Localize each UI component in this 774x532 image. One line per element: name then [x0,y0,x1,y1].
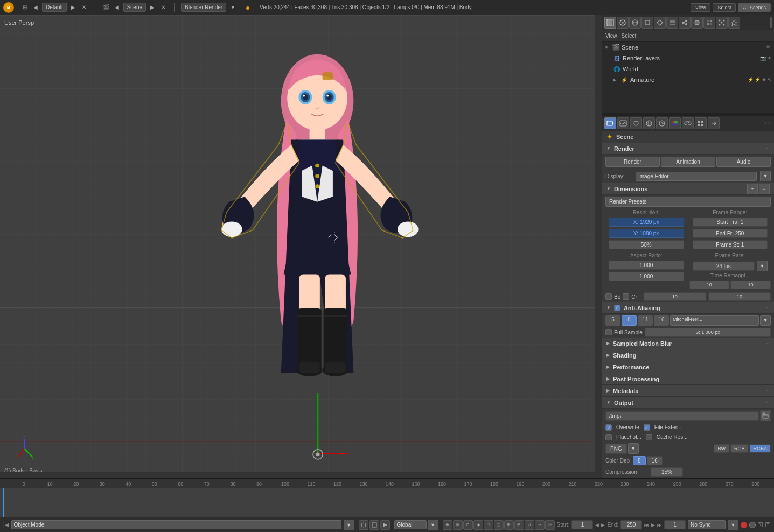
framerate-arrow[interactable]: ▼ [757,261,768,271]
overwrite-checkbox[interactable]: ✓ [605,424,612,431]
aa-sample-8[interactable]: 8 [622,315,637,326]
next-keyframe-btn[interactable]: ⏭ [657,522,662,528]
vp-icon-1[interactable] [359,520,368,530]
compression-field[interactable]: 15% [651,467,683,477]
aa-section-header[interactable]: ▼ ✓ Anti-Aliasing ⋯ [602,302,774,314]
aa-s-field[interactable]: S: 1.000 px [645,328,771,337]
format-arrow[interactable]: ▼ [628,443,639,454]
transform-arrow[interactable]: ▼ [428,520,438,530]
performance-section-header[interactable]: ▶ Performance ⋯ [602,361,774,373]
render-presets[interactable]: Render Presets [605,197,771,207]
aa-sample-16[interactable]: 16 [654,315,669,326]
armature-eye[interactable]: 👁 [762,77,766,82]
grid-icon[interactable] [695,117,707,129]
scene-next[interactable]: ▶ [148,3,157,12]
output-path-field[interactable]: /tmp\ [605,411,759,421]
mode-icon-3[interactable]: ⊙ [463,520,473,530]
clock-icon[interactable] [656,117,668,129]
scene-eye[interactable]: 👁 [765,45,772,50]
shading-section-header[interactable]: ▶ Shading ⋯ [602,349,774,361]
modifier-icon[interactable] [666,17,678,29]
data-icon[interactable] [679,17,691,29]
animation-button[interactable]: Animation [661,157,715,167]
scene-name[interactable]: Scene [123,3,146,12]
mode-icon-11[interactable]: ⚯ [545,520,555,530]
smb-section-header[interactable]: ▶ Sampled Motion Blur ⋯ [602,338,774,349]
aspect-y-field[interactable]: 1.000 [609,272,684,281]
world-settings-icon[interactable] [643,117,655,129]
render-props-icon[interactable] [604,17,616,29]
sync-select[interactable]: No Sync [688,520,726,529]
renderer-name[interactable]: Blender Render [181,3,226,12]
world-props-icon[interactable] [629,17,641,29]
timeline-scrub[interactable] [0,488,774,517]
depth-16-btn[interactable]: 16 [647,456,663,465]
scene-settings-icon[interactable] [630,117,642,129]
mode-select[interactable]: Object Mode [11,520,341,529]
current-frame-field[interactable]: 1 [664,520,686,529]
mode-icon-9[interactable]: ⊿ [525,520,534,530]
viewport[interactable]: User Persp X Y Z (1) Body : Basis [0,15,602,478]
audio-btn[interactable] [749,522,756,528]
select-label[interactable]: Select [622,33,637,39]
output-section-header[interactable]: ▼ Output ⋯ [602,397,774,409]
renderlayers-eye[interactable]: 👁 [767,55,772,61]
prev-keyframe-btn[interactable]: ⏮ [644,522,649,528]
mode-arrow[interactable]: ▼ [344,520,354,530]
aspect-x-field[interactable]: 1.000 [609,261,684,270]
vp-icon-3[interactable] [380,520,390,530]
color-bw-btn[interactable]: BW [714,444,729,453]
mode-icon-1[interactable]: ⊕ [443,520,452,530]
transform-select[interactable]: Global [394,520,427,529]
mode-icon-5[interactable]: □ [484,520,493,530]
audio-button[interactable]: Audio [716,157,771,167]
frame-start-field[interactable]: 1 [571,520,593,529]
vp-icon-2[interactable] [369,520,379,530]
border-val1[interactable]: 10 [644,292,706,301]
metadata-section-header[interactable]: ▶ Metadata ⋯ [602,385,774,397]
cache-res-checkbox[interactable] [646,434,652,440]
border-checkbox[interactable] [605,293,612,300]
renderer-arrow[interactable]: ▼ [228,3,237,12]
armature-cursor[interactable]: ↖ [768,77,772,82]
res-x-field[interactable]: X: 1920 px [609,218,684,227]
scene-close[interactable]: ✕ [159,3,168,12]
workspace-close[interactable]: ✕ [80,3,88,12]
aa-filter-arrow[interactable]: ▼ [760,315,771,326]
depth-8-btn[interactable]: 8 [633,456,646,465]
color-icon[interactable] [669,117,681,129]
display-arrow-btn[interactable]: ▼ [760,171,771,181]
image-render-icon[interactable] [617,117,629,129]
armature-action1[interactable]: ⚡ [748,77,754,82]
view-label[interactable]: View [605,33,617,39]
render-button[interactable]: Render [605,157,660,167]
object-props-icon[interactable] [641,17,653,29]
particles-icon[interactable] [716,17,728,29]
full-sample-checkbox[interactable] [605,329,612,335]
keying-btn1[interactable]: ⚿ [758,522,763,528]
display-select[interactable]: Image Editor [636,172,757,181]
mode-icon-6[interactable]: ◎ [494,520,504,530]
outliner-renderlayers[interactable]: 🖼 RenderLayers 📷 👁 [602,53,774,64]
frame-end-field[interactable]: 250 [620,520,642,529]
post-processing-section-header[interactable]: ▶ Post Processing ⋯ [602,373,774,385]
constraints-icon[interactable] [654,17,666,29]
keying-btn2[interactable]: ⚿ [765,522,771,528]
aa-checkbox[interactable]: ✓ [614,305,620,311]
texture-icon[interactable] [703,17,715,29]
mode-icon-8[interactable]: ⊟ [514,520,524,530]
workspace-name[interactable]: Default [42,3,67,12]
next-frame-btn[interactable]: ▶ [601,522,605,528]
render-section-header[interactable]: ▼ Render ⋯ [602,143,774,155]
mode-icon-4[interactable]: ◈ [473,520,483,530]
end-frame-field[interactable]: End Fr: 250 [693,229,768,238]
all-scenes-tab[interactable]: All Scenes [738,3,771,12]
workspace-prev[interactable]: ◀ [31,3,40,12]
select-tab[interactable]: Select [713,3,736,12]
prev-frame-btn[interactable]: ◀ [595,522,599,528]
camera-render-icon[interactable] [604,117,616,129]
frame-step-field[interactable]: Frame St: 1 [693,240,768,249]
outliner-scene[interactable]: ▼ 🎬 Scene 👁 [602,42,774,53]
viewport-scrollbar-h[interactable] [0,472,595,478]
workspace-next[interactable]: ▶ [69,3,78,12]
